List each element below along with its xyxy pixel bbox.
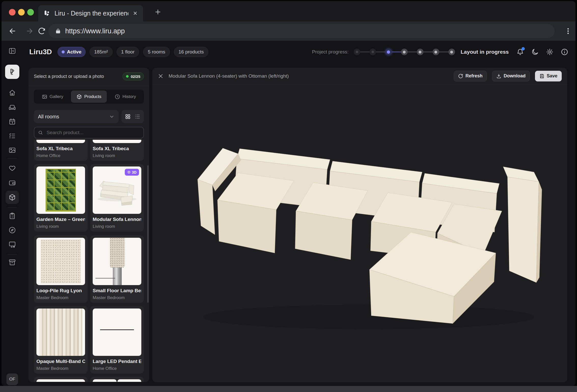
- progress-step-6[interactable]: [433, 49, 439, 55]
- cube-icon: [9, 194, 16, 201]
- new-tab-button[interactable]: [154, 8, 161, 16]
- lock-icon: [55, 28, 61, 34]
- design-tool-button-active[interactable]: [5, 65, 19, 79]
- screen: Liru - Design the experience: [0, 0, 577, 392]
- compass-icon[interactable]: [8, 226, 16, 234]
- panel-title: Select a product or upload a photo: [34, 74, 104, 79]
- product-card[interactable]: Garden Maze – Green Living room: [34, 164, 88, 232]
- download-icon: [496, 74, 501, 79]
- browser-tab[interactable]: Liru - Design the experience: [38, 5, 143, 21]
- rail-divider: [8, 207, 17, 208]
- product-room: Living room: [93, 153, 141, 158]
- notification-dot: [521, 47, 525, 50]
- clipboard-icon[interactable]: [8, 212, 16, 220]
- product-room: Home Office: [36, 153, 85, 158]
- avatar-initials: OF: [9, 377, 15, 382]
- sofa-icon[interactable]: [8, 103, 16, 111]
- download-button[interactable]: Download: [492, 71, 530, 81]
- settings-gear-icon[interactable]: [546, 48, 554, 56]
- calendar-icon[interactable]: [8, 118, 16, 125]
- room-filter-select[interactable]: All rooms: [34, 110, 119, 123]
- progress-step-1[interactable]: [354, 49, 360, 55]
- grid-view-icon[interactable]: [125, 114, 131, 120]
- progress-step-3-current[interactable]: [385, 49, 392, 55]
- product-thumbnail: [93, 140, 141, 143]
- product-card-partial[interactable]: [34, 377, 88, 382]
- stat-badge-rooms: 5 rooms: [143, 47, 170, 57]
- save-icon: [539, 74, 544, 79]
- stat-badge-products: 16 products: [174, 47, 208, 57]
- product-list: Sofa XL Tribeca Home Office Sofa XL Trib…: [34, 140, 146, 382]
- progress-step-7[interactable]: [448, 49, 455, 55]
- close-window-button[interactable]: [9, 9, 16, 16]
- tab-title: Liru - Design the experience: [54, 10, 128, 17]
- tab-history[interactable]: History: [108, 91, 143, 103]
- rail-divider: [8, 158, 17, 159]
- product-name: Garden Maze – Green: [36, 217, 85, 222]
- reload-icon[interactable]: [38, 27, 46, 35]
- list-view-icon[interactable]: [134, 114, 141, 120]
- refresh-button[interactable]: Refresh: [454, 71, 487, 81]
- zoom-window-button[interactable]: [27, 9, 34, 16]
- 3d-badge: 3D: [125, 169, 139, 176]
- product-card[interactable]: Loop-Pile Rug Lyon Master Bedroom: [34, 235, 88, 303]
- maze-rug-image: [46, 169, 76, 211]
- product-card[interactable]: Opaque Multi-Band Cu... Master Bedroom: [34, 306, 88, 374]
- product-card-partial[interactable]: [90, 377, 144, 382]
- panel-tab-bar: Gallery Products History: [34, 90, 144, 104]
- product-room: Master Bedroom: [36, 366, 85, 371]
- product-room: Master Bedroom: [93, 295, 141, 300]
- screen-share-icon[interactable]: [8, 241, 16, 248]
- browser-window: Liru - Design the experience: [2, 1, 575, 386]
- progress-status: Layout in progress: [461, 49, 509, 55]
- product-thumbnail: [93, 309, 141, 356]
- viewer-title: Modular Sofa Lennon (4-seater) with Otto…: [169, 73, 449, 79]
- panel-scrollbar[interactable]: [147, 165, 149, 303]
- notifications-bell-icon[interactable]: [516, 48, 524, 56]
- avatar[interactable]: OF: [6, 373, 18, 385]
- archive-icon[interactable]: [8, 258, 16, 266]
- product-panel: Select a product or upload a photo 02/25…: [29, 68, 149, 382]
- image-icon[interactable]: [8, 146, 16, 154]
- progress-label: Project progress:: [312, 49, 349, 55]
- tab-gallery[interactable]: Gallery: [35, 91, 70, 103]
- info-icon[interactable]: [561, 48, 568, 56]
- product-name: Opaque Multi-Band Cu...: [36, 359, 85, 364]
- heart-icon[interactable]: [8, 164, 16, 172]
- minimize-window-button[interactable]: [18, 9, 25, 16]
- address-bar[interactable]: https://www.liru.app: [48, 24, 555, 38]
- product-card[interactable]: Sofa XL Tribeca Home Office: [34, 140, 88, 161]
- checklist-icon[interactable]: [8, 132, 16, 140]
- viewer-canvas[interactable]: [152, 85, 567, 382]
- progress-step-5[interactable]: [417, 49, 423, 55]
- url-text: https://www.liru.app: [65, 27, 125, 35]
- save-button[interactable]: Save: [535, 71, 562, 81]
- tab-close-icon[interactable]: [132, 10, 138, 16]
- panel-toggle-icon[interactable]: [8, 47, 16, 55]
- products-tool-button-selected[interactable]: [6, 191, 19, 204]
- tab-products[interactable]: Products: [71, 91, 107, 103]
- swatch-icon: [9, 68, 16, 75]
- browser-menu-icon[interactable]: [564, 27, 572, 35]
- product-card[interactable]: Large LED Pendant El... Home Office: [90, 306, 144, 374]
- progress-step-2[interactable]: [369, 49, 376, 55]
- product-card[interactable]: 3D Modular Sofa Lennon (... Living room: [90, 164, 144, 232]
- chevron-down-icon: [109, 114, 115, 119]
- wallet-icon[interactable]: [8, 179, 16, 187]
- back-icon[interactable]: [9, 27, 17, 35]
- product-name: Loop-Pile Rug Lyon: [36, 288, 85, 293]
- product-room: Master Bedroom: [36, 295, 85, 300]
- close-icon[interactable]: [158, 73, 163, 79]
- product-name: Modular Sofa Lennon (...: [93, 217, 141, 222]
- forward-icon[interactable]: [25, 27, 33, 35]
- viewer-header: Modular Sofa Lennon (4-seater) with Otto…: [152, 68, 567, 85]
- progress-step-4[interactable]: [401, 49, 408, 55]
- search-input[interactable]: [46, 130, 140, 136]
- product-card[interactable]: Small Floor Lamp Benan Master Bedroom: [90, 235, 144, 303]
- curtain-image: [39, 309, 82, 356]
- stat-badge-area: 185m²: [90, 47, 113, 57]
- product-card[interactable]: Sofa XL Tribeca Living room: [90, 140, 144, 161]
- home-icon[interactable]: [8, 89, 16, 96]
- counter-dot: [126, 75, 129, 78]
- dark-mode-moon-icon[interactable]: [531, 48, 539, 56]
